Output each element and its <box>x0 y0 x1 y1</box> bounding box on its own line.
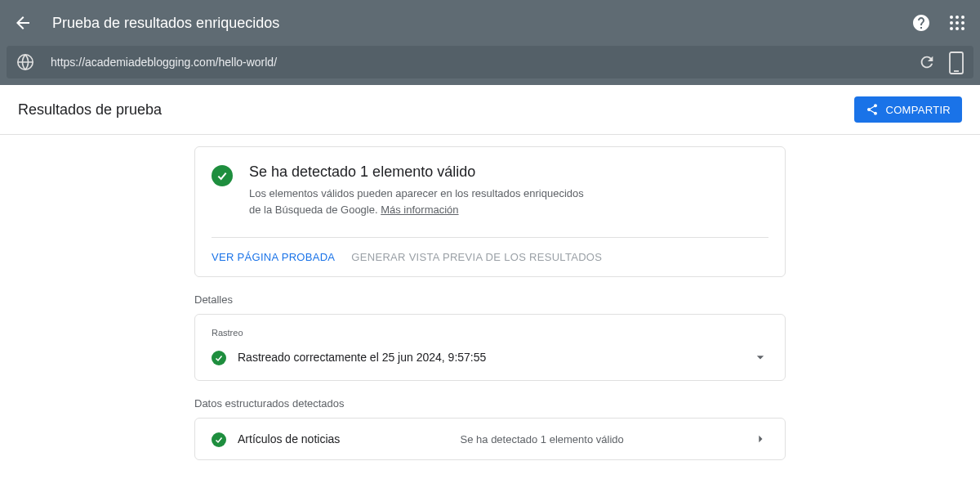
svg-rect-10 <box>950 52 963 74</box>
tab-preview-results: GENERAR VISTA PREVIA DE LOS RESULTADOS <box>351 238 602 276</box>
url-input[interactable] <box>51 56 918 69</box>
app-header: Prueba de resultados enriquecidos <box>0 0 980 46</box>
share-icon <box>866 103 879 116</box>
svg-point-4 <box>956 21 959 25</box>
url-bar <box>7 46 973 78</box>
sub-header: Resultados de prueba COMPARTIR <box>0 85 980 135</box>
crawl-row[interactable]: Rastreado correctamente el 25 jun 2024, … <box>212 349 768 365</box>
svg-point-0 <box>950 16 953 19</box>
checkmark-icon <box>212 432 226 447</box>
details-section-label: Detalles <box>194 293 786 306</box>
tab-tested-page[interactable]: VER PÁGINA PROBADA <box>212 238 335 276</box>
share-button[interactable]: COMPARTIR <box>854 96 962 123</box>
chevron-right-icon[interactable] <box>752 431 768 447</box>
result-summary-card: Se ha detectado 1 elemento válido Los el… <box>194 146 786 277</box>
crawl-status-text: Rastreado correctamente el 25 jun 2024, … <box>238 351 752 364</box>
result-title: Se ha detectado 1 elemento válido <box>249 163 592 181</box>
back-icon[interactable] <box>13 13 33 33</box>
checkmark-icon <box>212 351 226 365</box>
structured-item-status: Se ha detectado 1 elemento válido <box>340 433 744 445</box>
svg-point-1 <box>956 16 959 19</box>
svg-point-8 <box>961 27 964 30</box>
apps-icon[interactable] <box>947 13 967 33</box>
structured-data-section-label: Datos estructurados detectados <box>194 397 786 410</box>
share-label: COMPARTIR <box>885 104 951 116</box>
svg-point-5 <box>961 21 964 25</box>
svg-point-7 <box>956 27 959 30</box>
svg-point-6 <box>950 27 953 30</box>
app-title: Prueba de resultados enriquecidos <box>52 15 911 32</box>
urlbar-container <box>0 46 980 85</box>
structured-item-name: Artículos de noticias <box>238 432 340 445</box>
refresh-icon[interactable] <box>918 53 936 71</box>
more-info-link[interactable]: Más información <box>381 204 458 216</box>
svg-point-2 <box>961 16 964 19</box>
globe-icon <box>16 53 34 71</box>
result-description: Los elementos válidos pueden aparecer en… <box>249 186 592 217</box>
structured-data-card[interactable]: Artículos de noticias Se ha detectado 1 … <box>194 418 786 460</box>
crawl-card: Rastreo Rastreado correctamente el 25 ju… <box>194 314 786 381</box>
smartphone-icon[interactable] <box>949 51 964 73</box>
checkmark-icon <box>212 165 233 186</box>
help-icon[interactable] <box>911 13 931 33</box>
page-title: Resultados de prueba <box>18 101 162 119</box>
chevron-down-icon[interactable] <box>752 349 768 365</box>
crawl-label: Rastreo <box>212 328 768 338</box>
result-tabs: VER PÁGINA PROBADA GENERAR VISTA PREVIA … <box>212 237 768 276</box>
main-content: Se ha detectado 1 elemento válido Los el… <box>0 135 980 479</box>
svg-point-3 <box>950 21 953 25</box>
